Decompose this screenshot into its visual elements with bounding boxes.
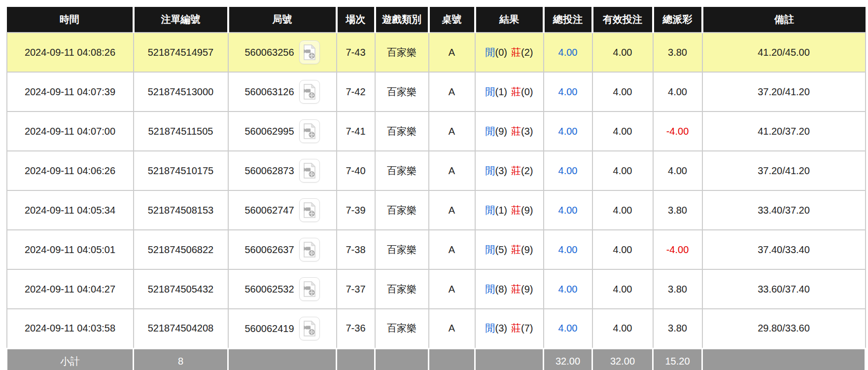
round-number: 560062532 <box>244 284 294 295</box>
total-bet-cell[interactable]: 4.00 <box>544 33 592 72</box>
total-bet-link[interactable]: 4.00 <box>558 244 578 255</box>
summary-total-payout: 15.20 <box>653 348 702 370</box>
video-replay-button[interactable] <box>299 198 320 222</box>
valid-bet-cell: 4.00 <box>592 230 653 269</box>
video-replay-button[interactable] <box>299 80 320 104</box>
video-replay-icon <box>303 202 316 218</box>
valid-bet-cell: 4.00 <box>592 33 653 72</box>
table-row: 2024-09-11 04:06:26521874510175560062873… <box>7 151 866 190</box>
valid-bet-cell: 4.00 <box>592 309 653 348</box>
total-bet-cell[interactable]: 4.00 <box>544 72 592 111</box>
total-payout-cell: -4.00 <box>653 230 702 269</box>
video-replay-button[interactable] <box>299 238 320 261</box>
total-bet-cell[interactable]: 4.00 <box>544 269 592 309</box>
total-bet-link[interactable]: 4.00 <box>558 86 578 97</box>
col-header-valid_bet: 有效投注 <box>592 7 653 33</box>
total-bet-link[interactable]: 4.00 <box>558 165 578 176</box>
remark-cell: 41.20/37.20 <box>702 111 866 151</box>
game-type-cell: 百家樂 <box>375 269 429 309</box>
video-replay-button[interactable] <box>299 317 320 340</box>
session-cell: 7-40 <box>337 151 375 190</box>
total-bet-link[interactable]: 4.00 <box>558 126 578 137</box>
col-header-time: 時間 <box>7 7 134 33</box>
video-replay-button[interactable] <box>299 277 320 301</box>
round-number: 560062419 <box>244 323 294 333</box>
summary-empty-remark <box>702 348 866 370</box>
round-number: 560062995 <box>244 126 294 137</box>
valid-bet-cell: 4.00 <box>592 269 653 309</box>
time-cell: 2024-09-11 04:05:01 <box>7 230 134 269</box>
total-bet-link[interactable]: 4.00 <box>558 323 578 333</box>
bet-id-cell: 521874514957 <box>134 33 228 72</box>
total-bet-cell[interactable]: 4.00 <box>544 111 592 151</box>
total-bet-cell[interactable]: 4.00 <box>544 230 592 269</box>
round-cell: 560062532 <box>228 269 337 309</box>
summary-empty-table <box>429 348 475 370</box>
player-score: (1) <box>495 205 507 216</box>
summary-label: 小計 <box>7 348 134 370</box>
player-label: 閒 <box>486 126 495 137</box>
video-replay-icon <box>303 321 316 336</box>
round-cell: 560062873 <box>228 151 337 190</box>
round-cell: 560063256 <box>228 33 337 72</box>
bet-id-cell: 521874513000 <box>134 72 228 111</box>
col-header-table_no: 桌號 <box>429 7 475 33</box>
table-row: 2024-09-11 04:04:27521874505432560062532… <box>7 269 866 309</box>
player-score: (8) <box>495 284 507 295</box>
table-row: 2024-09-11 04:03:58521874504208560062419… <box>7 309 866 348</box>
round-cell: 560062747 <box>228 190 337 230</box>
remark-cell: 37.40/33.40 <box>702 230 866 269</box>
banker-score: (0) <box>521 86 533 97</box>
player-label: 閒 <box>486 47 495 58</box>
summary-empty-result <box>475 348 544 370</box>
total-bet-cell[interactable]: 4.00 <box>544 151 592 190</box>
table-no-cell: A <box>429 151 475 190</box>
result-cell: 閒(1)莊(0) <box>475 72 544 111</box>
round-number: 560062637 <box>244 244 294 255</box>
video-replay-button[interactable] <box>299 159 320 183</box>
player-label: 閒 <box>486 165 495 176</box>
valid-bet-cell: 4.00 <box>592 72 653 111</box>
time-cell: 2024-09-11 04:07:00 <box>7 111 134 151</box>
total-bet-link[interactable]: 4.00 <box>558 205 578 216</box>
banker-label: 莊 <box>511 244 521 255</box>
summary-empty-round <box>228 348 337 370</box>
banker-label: 莊 <box>511 284 521 295</box>
time-cell: 2024-09-11 04:05:34 <box>7 190 134 230</box>
total-payout-cell: 4.00 <box>653 72 702 111</box>
banker-label: 莊 <box>511 205 521 216</box>
player-score: (3) <box>495 323 507 333</box>
result-cell: 閒(8)莊(9) <box>475 269 544 309</box>
time-cell: 2024-09-11 04:08:26 <box>7 33 134 72</box>
player-label: 閒 <box>486 323 495 333</box>
total-payout-cell: 3.80 <box>653 269 702 309</box>
time-cell: 2024-09-11 04:04:27 <box>7 269 134 309</box>
header-row: 時間注單編號局號場次遊戲類別桌號結果總投注有效投注總派彩備註 <box>7 7 866 33</box>
player-label: 閒 <box>486 86 495 97</box>
table-row: 2024-09-11 04:07:00521874511505560062995… <box>7 111 866 151</box>
table-no-cell: A <box>429 269 475 309</box>
session-cell: 7-43 <box>337 33 375 72</box>
video-replay-button[interactable] <box>299 40 320 64</box>
session-cell: 7-36 <box>337 309 375 348</box>
video-replay-button[interactable] <box>299 119 320 143</box>
total-bet-cell[interactable]: 4.00 <box>544 190 592 230</box>
player-label: 閒 <box>486 244 495 255</box>
banker-score: (2) <box>521 47 533 58</box>
total-payout-cell: 3.80 <box>653 33 702 72</box>
total-bet-cell[interactable]: 4.00 <box>544 309 592 348</box>
banker-score: (7) <box>521 323 533 333</box>
round-number: 560062873 <box>244 165 294 176</box>
total-bet-link[interactable]: 4.00 <box>558 284 578 295</box>
player-score: (5) <box>495 244 507 255</box>
total-payout-cell: 3.80 <box>653 190 702 230</box>
game-type-cell: 百家樂 <box>375 230 429 269</box>
remark-cell: 33.40/37.20 <box>702 190 866 230</box>
result-cell: 閒(3)莊(2) <box>475 151 544 190</box>
total-bet-link[interactable]: 4.00 <box>558 47 578 58</box>
video-replay-icon <box>303 281 316 297</box>
time-cell: 2024-09-11 04:06:26 <box>7 151 134 190</box>
video-replay-icon <box>303 163 316 179</box>
session-cell: 7-41 <box>337 111 375 151</box>
game-type-cell: 百家樂 <box>375 111 429 151</box>
